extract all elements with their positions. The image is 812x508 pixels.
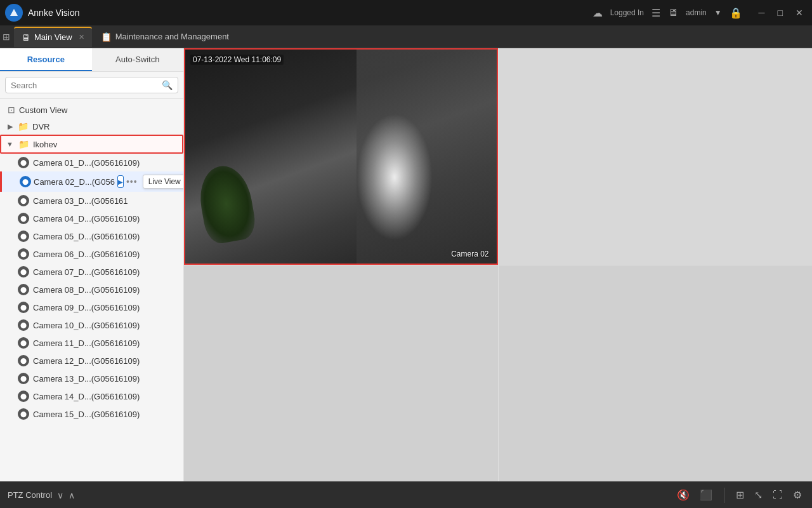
camera-label: Camera 12_D...(G05616109) bbox=[33, 356, 178, 366]
video-cell-4[interactable] bbox=[499, 265, 813, 482]
list-item[interactable]: ⬤ Camera 05_D...(G05616109) bbox=[0, 227, 183, 245]
monitor-icon[interactable]: 🖥 bbox=[668, 7, 678, 18]
dvr-expand-icon: ▶ bbox=[8, 123, 13, 131]
lock-icon[interactable]: 🔒 bbox=[730, 7, 742, 19]
ptz-label: PTZ Control bbox=[8, 490, 52, 500]
camera-status-icon: ⬤ bbox=[18, 302, 29, 313]
menu-icon[interactable]: ☰ bbox=[652, 7, 660, 19]
toolbar-separator bbox=[724, 488, 724, 503]
search-input-wrap: 🔍 bbox=[5, 77, 178, 93]
camera-status-icon: ⬤ bbox=[18, 213, 29, 224]
list-item[interactable]: ⬤ Camera 04_D...(G05616109) bbox=[0, 210, 183, 227]
list-item[interactable]: ⬤ Camera 13_D...(G05616109) bbox=[0, 370, 183, 387]
fullscreen-button[interactable]: ⛶ bbox=[770, 487, 785, 504]
audio-toggle-button[interactable]: 🔇 bbox=[674, 486, 692, 504]
tree-dvr[interactable]: ▶ 📁 DVR bbox=[0, 118, 183, 135]
list-item[interactable]: ⬤ Camera 02_D...(G056 ▶ ••• Live View bbox=[0, 171, 183, 192]
live-view-button[interactable]: ▶ bbox=[117, 175, 124, 188]
app-logo bbox=[5, 4, 23, 22]
sidebar: Resource Auto-Switch 🔍 ⊡ Custom View ▶ 📁… bbox=[0, 48, 184, 481]
camera-label: Camera 05_D...(G05616109) bbox=[33, 232, 178, 241]
camera-label: Camera 06_D...(G05616109) bbox=[33, 250, 178, 259]
settings-button[interactable]: ⚙ bbox=[790, 486, 804, 504]
camera-label: Camera 10_D...(G05616109) bbox=[33, 321, 178, 330]
camera-status-icon: ⬤ bbox=[18, 355, 29, 366]
tab-main-view-close[interactable]: ✕ bbox=[79, 33, 84, 41]
dvr-folder-icon: 📁 bbox=[18, 121, 29, 131]
video-timestamp: 07-13-2022 Wed 11:06:09 bbox=[190, 55, 284, 65]
list-item[interactable]: ⬤ Camera 14_D...(G05616109) bbox=[0, 387, 183, 405]
custom-view-label: Custom View bbox=[19, 105, 178, 115]
sidebar-tab-resource[interactable]: Resource bbox=[0, 48, 92, 71]
more-options-button[interactable]: ••• bbox=[126, 177, 138, 187]
camera-label: Camera 15_D...(G05616109) bbox=[33, 410, 178, 419]
minimize-button[interactable]: ─ bbox=[755, 6, 769, 19]
tab-maintenance-label: Maintenance and Management bbox=[115, 32, 229, 41]
app-title: Annke Vision bbox=[28, 8, 587, 18]
record-button[interactable]: ⬛ bbox=[697, 486, 715, 504]
camera-status-icon: ⬤ bbox=[18, 266, 29, 277]
camera-status-icon: ⬤ bbox=[18, 157, 29, 168]
list-item[interactable]: ⬤ Camera 03_D...(G056161 bbox=[0, 192, 183, 210]
camera-label: Camera 14_D...(G05616109) bbox=[33, 392, 178, 401]
list-item[interactable]: ⬤ Camera 11_D...(G05616109) bbox=[0, 334, 183, 352]
main-area: Resource Auto-Switch 🔍 ⊡ Custom View ▶ 📁… bbox=[0, 48, 812, 481]
video-cell-3[interactable] bbox=[184, 265, 498, 482]
resource-tab-label: Resource bbox=[27, 55, 65, 64]
stretch-button[interactable]: ⤡ bbox=[752, 486, 765, 504]
close-button[interactable]: ✕ bbox=[792, 6, 807, 19]
camera-label: Camera 07_D...(G05616109) bbox=[33, 267, 178, 277]
search-box: 🔍 bbox=[0, 72, 183, 99]
camera-status-icon: ⬤ bbox=[18, 195, 29, 206]
camera-status-icon: ⬤ bbox=[18, 248, 29, 260]
camera-label: Camera 11_D...(G05616109) bbox=[33, 338, 178, 348]
tab-main-view[interactable]: 🖥 Main View ✕ bbox=[14, 27, 92, 47]
sidebar-tab-auto-switch[interactable]: Auto-Switch bbox=[92, 48, 184, 71]
camera-status-icon: ⬤ bbox=[18, 391, 29, 402]
cloud-icon: ☁ bbox=[593, 7, 603, 19]
tab-monitor-icon: 🖥 bbox=[22, 32, 30, 43]
camera-status-icon: ⬤ bbox=[18, 284, 29, 295]
tab-maintenance[interactable]: 📋 Maintenance and Management bbox=[93, 27, 237, 47]
camera-label: Camera 08_D...(G05616109) bbox=[33, 285, 178, 295]
video-cam-label: Camera 02 bbox=[451, 250, 488, 258]
list-item[interactable]: ⬤ Camera 01_D...(G05616109) bbox=[0, 154, 183, 171]
ptz-section: PTZ Control ∨ ∧ bbox=[8, 490, 75, 500]
video-grid: 07-13-2022 Wed 11:06:09 Camera 02 bbox=[184, 48, 812, 481]
tree-ikohev[interactable]: ▼ 📁 Ikohev bbox=[0, 135, 183, 154]
camera-status-icon: ⬤ bbox=[18, 408, 29, 420]
window-controls: ─ □ ✕ bbox=[755, 6, 807, 19]
ptz-expand-arrow[interactable]: ∧ bbox=[69, 490, 75, 500]
admin-dropdown-arrow[interactable]: ▼ bbox=[714, 8, 722, 17]
list-item[interactable]: ⬤ Camera 07_D...(G05616109) bbox=[0, 263, 183, 281]
list-item[interactable]: ⬤ Camera 06_D...(G05616109) bbox=[0, 245, 183, 263]
tab-bar: ⊞ 🖥 Main View ✕ 📋 Maintenance and Manage… bbox=[0, 25, 812, 48]
camera-label: Camera 13_D...(G05616109) bbox=[33, 374, 178, 384]
tab-maintenance-icon: 📋 bbox=[101, 32, 112, 42]
tree-custom-view[interactable]: ⊡ Custom View bbox=[0, 102, 183, 118]
camera02-label: Camera 02_D...(G056 bbox=[34, 177, 115, 187]
list-item[interactable]: ⬤ Camera 12_D...(G05616109) bbox=[0, 352, 183, 370]
title-bar: Annke Vision ☁ Logged In ☰ 🖥 admin ▼ 🔒 ─… bbox=[0, 0, 812, 25]
ptz-collapse-arrow[interactable]: ∨ bbox=[57, 490, 63, 500]
maximize-button[interactable]: □ bbox=[774, 6, 787, 19]
video-cell-1[interactable]: 07-13-2022 Wed 11:06:09 Camera 02 bbox=[184, 48, 498, 265]
camera-label: Camera 01_D...(G05616109) bbox=[33, 158, 178, 168]
list-item[interactable]: ⬤ Camera 08_D...(G05616109) bbox=[0, 281, 183, 298]
grid-layout-button[interactable]: ⊞ bbox=[733, 486, 747, 504]
camera-label: Camera 09_D...(G05616109) bbox=[33, 303, 178, 312]
bottom-bar: PTZ Control ∨ ∧ 🔇 ⬛ ⊞ ⤡ ⛶ ⚙ bbox=[0, 481, 812, 508]
list-item[interactable]: ⬤ Camera 15_D...(G05616109) bbox=[0, 405, 183, 423]
admin-label[interactable]: admin bbox=[686, 8, 707, 17]
grid-icon[interactable]: ⊞ bbox=[3, 32, 10, 42]
video-cell-2[interactable] bbox=[499, 48, 813, 265]
camera-label: Camera 04_D...(G05616109) bbox=[33, 214, 178, 224]
list-item[interactable]: ⬤ Camera 09_D...(G05616109) bbox=[0, 298, 183, 316]
titlebar-right: ☁ Logged In ☰ 🖥 admin ▼ 🔒 ─ □ ✕ bbox=[593, 6, 807, 19]
ikohev-folder-icon: 📁 bbox=[18, 139, 29, 149]
live-view-tooltip: Live View bbox=[143, 175, 183, 189]
camera-label: Camera 03_D...(G056161 bbox=[33, 196, 178, 206]
toolbar-right: 🔇 ⬛ ⊞ ⤡ ⛶ ⚙ bbox=[674, 486, 804, 504]
search-input[interactable] bbox=[11, 81, 158, 90]
list-item[interactable]: ⬤ Camera 10_D...(G05616109) bbox=[0, 316, 183, 334]
